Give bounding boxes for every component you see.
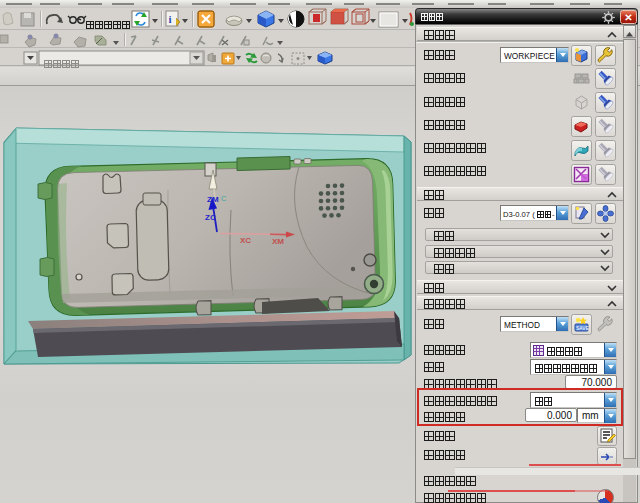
svg-text:ZC: ZC	[205, 213, 216, 222]
svg-text:XM: XM	[272, 237, 284, 246]
svg-text:ZM: ZM	[207, 195, 219, 204]
svg-text:XC: XC	[240, 236, 251, 245]
svg-text:i: i	[169, 13, 172, 25]
svg-text:C: C	[221, 194, 227, 203]
svg-text:SAVE: SAVE	[576, 325, 590, 331]
